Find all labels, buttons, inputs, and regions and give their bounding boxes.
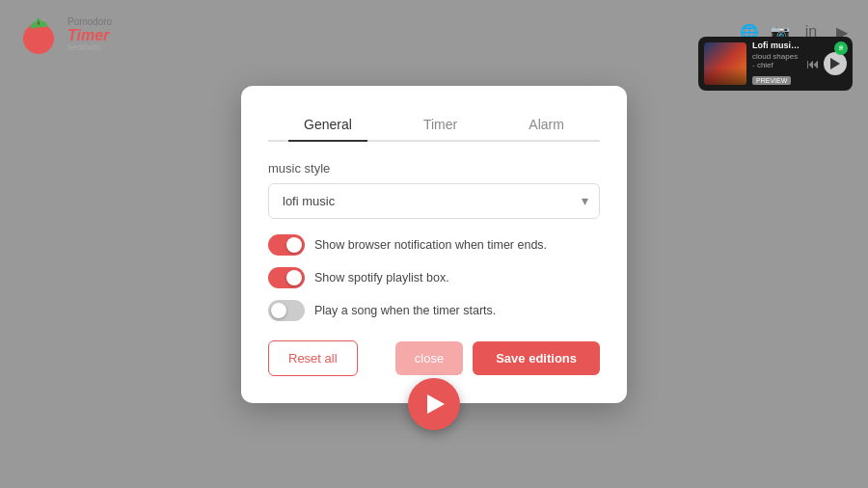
tab-timer[interactable]: Timer xyxy=(408,109,473,140)
play-icon xyxy=(427,394,445,414)
play-button-container xyxy=(408,378,460,430)
toggle-play-on-start-switch[interactable] xyxy=(268,300,305,321)
music-style-label: music style xyxy=(268,161,600,176)
modal-footer: Reset all close Save editions xyxy=(268,340,600,376)
toggle-spotify-playlist-label: Show spotify playlist box. xyxy=(314,271,449,285)
toggle-thumb xyxy=(286,237,302,253)
toggle-spotify-playlist: Show spotify playlist box. xyxy=(268,267,600,288)
toggle-browser-notification-switch[interactable] xyxy=(268,234,305,256)
toggle-browser-notification: Show browser notification when timer end… xyxy=(268,234,600,256)
music-style-select[interactable]: lofi music jazz classical ambient xyxy=(268,183,600,219)
toggle-play-on-start: Play a song when the timer starts. xyxy=(268,300,600,321)
modal-tabs: General Timer Alarm xyxy=(268,109,600,142)
main-play-button[interactable] xyxy=(408,378,460,430)
toggle-spotify-playlist-switch[interactable] xyxy=(268,267,305,288)
reset-all-button[interactable]: Reset all xyxy=(268,340,358,376)
toggle-thumb xyxy=(286,270,302,285)
tab-general[interactable]: General xyxy=(288,109,367,140)
toggle-browser-notification-label: Show browser notification when timer end… xyxy=(314,238,547,252)
music-style-select-wrapper: lofi music jazz classical ambient ▾ xyxy=(268,183,600,219)
save-button[interactable]: Save editions xyxy=(473,341,600,375)
settings-modal: General Timer Alarm music style lofi mus… xyxy=(241,86,627,403)
tab-alarm[interactable]: Alarm xyxy=(513,109,580,140)
toggle-thumb xyxy=(271,303,286,318)
toggle-play-on-start-label: Play a song when the timer starts. xyxy=(314,304,496,317)
close-button[interactable]: close xyxy=(395,341,463,375)
